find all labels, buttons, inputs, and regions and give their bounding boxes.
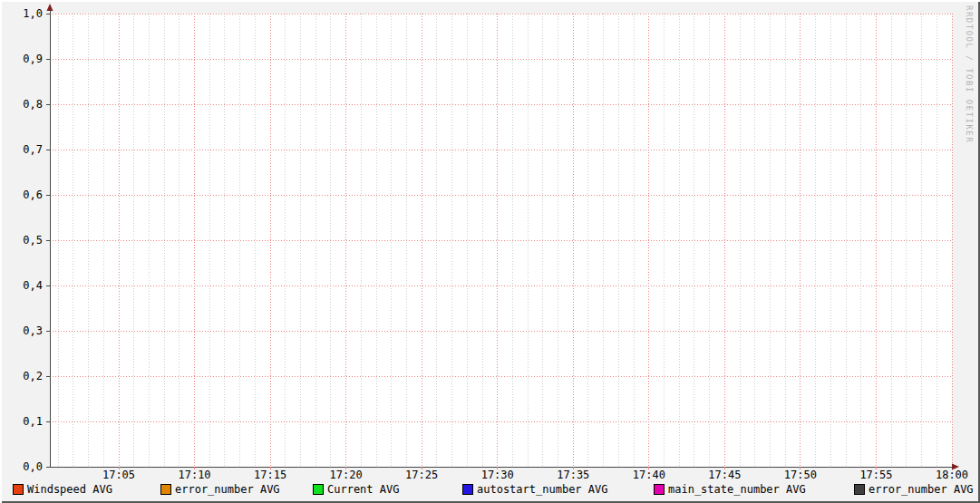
x-tick-label: 17:45: [708, 469, 741, 481]
x-tick-label: 17:20: [330, 469, 363, 481]
x-tick-label: 17:55: [859, 469, 892, 481]
x-tick-label: 17:40: [633, 469, 665, 481]
y-axis-arrow-icon: [47, 4, 53, 11]
y-tick-label: 1,0: [23, 7, 43, 20]
y-tick-label: 0,8: [23, 98, 43, 111]
rrdtool-graph: 0,00,10,20,30,40,50,60,70,80,91,017:0517…: [0, 0, 980, 503]
x-tick-label: 17:25: [405, 469, 438, 481]
x-tick-label: 17:05: [102, 469, 135, 481]
y-tick-label: 0,2: [23, 370, 43, 382]
y-tick-label: 0,3: [23, 324, 43, 337]
y-tick-label: 0,7: [23, 143, 43, 156]
y-tick-label: 0,4: [23, 279, 43, 292]
y-tick-label: 0,9: [23, 53, 43, 65]
y-tick-label: 0,1: [23, 415, 43, 428]
y-tick-label: 0,0: [23, 460, 43, 473]
x-tick-label: 17:15: [254, 469, 286, 481]
x-tick-label: 17:50: [784, 469, 817, 481]
y-tick-label: 0,5: [23, 234, 43, 247]
chart-canvas: [50, 14, 952, 467]
x-tick-label: 17:30: [481, 469, 514, 481]
x-tick-label: 17:10: [178, 469, 210, 481]
x-tick-label: 17:35: [557, 469, 589, 481]
y-tick-label: 0,6: [23, 189, 43, 201]
x-tick-label: 18:00: [936, 469, 968, 481]
watermark-text: RRDTOOL / TOBI OETIKER: [965, 5, 974, 143]
chart-plot: 0,00,10,20,30,40,50,60,70,80,91,017:0517…: [0, 0, 980, 503]
